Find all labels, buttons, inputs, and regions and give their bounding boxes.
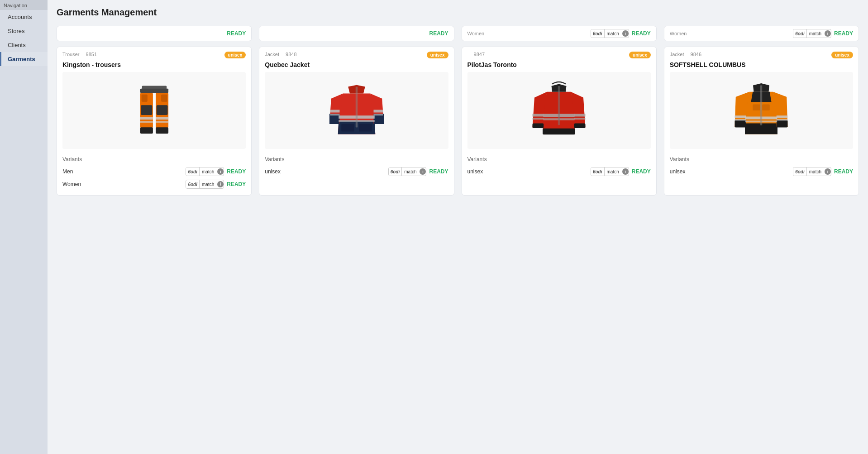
variant-badge-container: 6odi match i READY: [186, 180, 246, 189]
variant-badge-container: 6odi match i READY: [388, 167, 448, 176]
svg-rect-22: [359, 124, 372, 132]
garment-illustration: [525, 74, 593, 147]
partial-status-2: READY: [632, 30, 651, 37]
variant-badge-container: 6odi match i READY: [793, 167, 853, 176]
garment-card-header: Jacket— 9846 unisex: [664, 47, 858, 61]
info-icon: i: [217, 181, 224, 187]
variant-row-men: Men 6odi match i READY: [62, 165, 246, 178]
svg-rect-11: [156, 127, 168, 134]
svg-rect-29: [533, 118, 544, 120]
svg-rect-8: [141, 105, 152, 115]
garment-meta: — 9847: [467, 52, 485, 57]
partial-card-2[interactable]: Women 6odi match i READY: [462, 26, 657, 41]
ready-status: READY: [429, 168, 448, 175]
svg-rect-32: [558, 86, 560, 125]
partial-meta-3: Women: [670, 31, 687, 36]
garment-name: Quebec Jacket: [259, 61, 453, 72]
svg-rect-38: [735, 119, 746, 121]
garment-name: PilotJas Toronto: [462, 61, 656, 72]
partial-status-1: READY: [429, 30, 448, 37]
svg-rect-25: [574, 124, 586, 129]
variant-name: unisex: [467, 168, 492, 175]
bodi-match-badge: 6odi match i: [793, 167, 831, 176]
garment-illustration: [727, 74, 795, 147]
variants-section: Variants Men 6odi match i READY: [57, 153, 251, 195]
svg-rect-12: [142, 95, 147, 102]
svg-rect-10: [140, 127, 153, 134]
top-partial-row: READY READY Women 6odi match i READY Wo: [57, 26, 859, 41]
svg-rect-7: [156, 121, 168, 123]
svg-rect-6: [156, 117, 168, 119]
garment-image: [670, 72, 853, 149]
garment-card-header: Jacket— 9848 unisex: [259, 47, 453, 61]
sidebar: Navigation Accounts Stores Clients Garme…: [0, 0, 48, 454]
variant-row-unisex: unisex 6odi match i READY: [670, 165, 853, 178]
partial-status-3: READY: [834, 30, 853, 37]
svg-rect-17: [330, 114, 339, 116]
bodi-match-badge: 6odi match i: [591, 167, 629, 176]
ready-status: READY: [834, 168, 853, 175]
garment-meta: Trouser— 9851: [62, 52, 97, 57]
garment-card-9846[interactable]: Jacket— 9846 unisex SOFTSHELL COLUMBUS: [664, 47, 859, 196]
unisex-badge: unisex: [831, 52, 853, 58]
partial-card-0[interactable]: READY: [57, 26, 252, 41]
sidebar-item-garments[interactable]: Garments: [0, 52, 48, 66]
bodi-match-badge: 6odi match i: [186, 167, 224, 176]
info-icon: i: [217, 168, 224, 175]
info-icon: i: [622, 30, 629, 37]
garment-card-9847[interactable]: — 9847 unisex PilotJas Toronto: [462, 47, 657, 196]
variants-label: Variants: [467, 156, 651, 162]
ready-status: READY: [227, 181, 246, 187]
sidebar-item-accounts[interactable]: Accounts: [0, 10, 48, 24]
variant-row-women: Women 6odi match i READY: [62, 178, 246, 191]
garment-card-9851[interactable]: Trouser— 9851 unisex Kingston - trousers: [57, 47, 252, 196]
main-content: Garments Management READY READY Women 6o…: [48, 0, 868, 454]
ready-status: READY: [632, 168, 651, 175]
bodi-match-badge: 6odi match i: [186, 180, 224, 189]
svg-rect-20: [356, 87, 358, 128]
sidebar-item-clients[interactable]: Clients: [0, 38, 48, 52]
svg-rect-24: [533, 124, 544, 129]
svg-rect-33: [735, 120, 746, 128]
svg-rect-5: [140, 121, 153, 123]
partial-card-3[interactable]: Women 6odi match i READY: [664, 26, 859, 41]
variant-badge-container: 6odi match i READY: [186, 167, 246, 176]
unisex-badge: unisex: [427, 52, 448, 58]
svg-rect-4: [140, 117, 153, 119]
info-icon: i: [420, 168, 426, 175]
nav-section-label: Navigation: [0, 0, 48, 10]
svg-rect-15: [373, 110, 383, 113]
garment-card-9848[interactable]: Jacket— 9848 unisex Quebec Jacket: [259, 47, 454, 196]
partial-card-1[interactable]: READY: [259, 26, 454, 41]
variant-row-unisex: unisex 6odi match i READY: [467, 165, 651, 178]
garment-meta: Jacket— 9846: [670, 52, 701, 57]
svg-rect-9: [156, 105, 167, 115]
bodi-match-badge: 6odi match i: [793, 29, 831, 38]
variant-name: unisex: [670, 168, 695, 175]
variant-name: Men: [62, 168, 87, 175]
variants-section: Variants unisex 6odi match i READY: [664, 153, 858, 182]
svg-rect-1: [140, 89, 168, 93]
svg-rect-30: [574, 114, 586, 117]
garment-illustration: [123, 74, 186, 147]
unisex-badge: unisex: [629, 52, 651, 58]
svg-rect-18: [373, 114, 383, 116]
sidebar-item-stores[interactable]: Stores: [0, 24, 48, 38]
ready-status: READY: [227, 168, 246, 175]
svg-rect-13: [161, 95, 167, 102]
partial-meta-2: Women: [467, 31, 485, 36]
garment-card-header: Trouser— 9851 unisex: [57, 47, 251, 61]
svg-rect-41: [760, 86, 763, 126]
bodi-match-badge: 6odi match i: [591, 29, 629, 38]
svg-rect-43: [763, 105, 770, 111]
svg-rect-37: [735, 115, 746, 118]
garment-illustration: [323, 74, 391, 147]
svg-rect-14: [330, 110, 339, 113]
info-icon: i: [825, 30, 831, 37]
info-icon: i: [825, 168, 831, 175]
garment-meta: Jacket— 9848: [265, 52, 296, 57]
svg-rect-40: [777, 119, 788, 121]
garment-image: [467, 72, 651, 149]
svg-rect-31: [574, 118, 586, 120]
bodi-match-badge: 6odi match i: [388, 167, 427, 176]
